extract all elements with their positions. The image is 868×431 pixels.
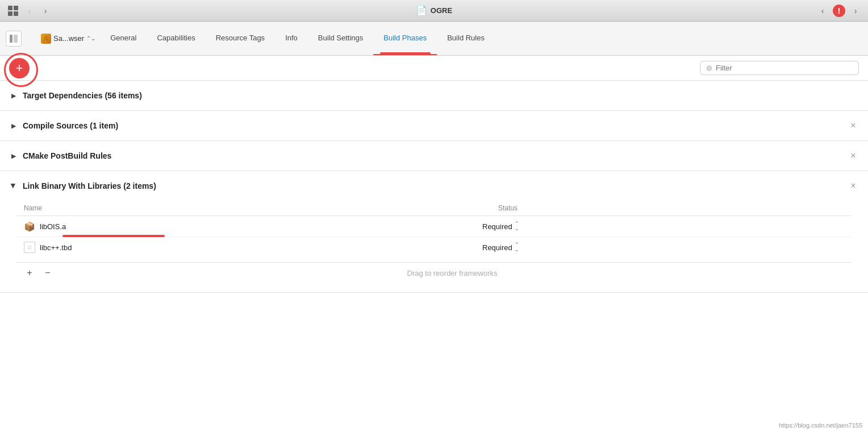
lib-name-label: libOIS.a xyxy=(40,222,66,231)
title-bar: ‹ › 📄 OGRE ‹ ! › xyxy=(0,0,868,22)
tab-capabilities[interactable]: Capabilities xyxy=(147,22,205,55)
status-label-libois: Required xyxy=(482,222,512,231)
close-cmake-postbuild-button[interactable]: × xyxy=(848,150,859,161)
nav-back-button[interactable]: ‹ xyxy=(24,5,35,16)
lib-name-cell-tbd: □ libc++.tbd xyxy=(17,237,475,258)
target-chevron-icon: ⌃⌄ xyxy=(86,35,95,42)
table-row: □ libc++.tbd Required ⌃ ⌄ xyxy=(17,237,851,258)
section-cmake-postbuild: ▶ CMake PostBuild Rules × xyxy=(0,141,868,171)
target-name-label: Sa...wser xyxy=(53,34,84,43)
close-link-binary-button[interactable]: × xyxy=(848,180,859,192)
disclosure-target-dependencies[interactable]: ▶ xyxy=(9,91,18,100)
title-bar-left: ‹ › xyxy=(7,5,51,17)
drag-hint-label: Drag to reorder frameworks xyxy=(60,269,844,277)
section-title-compile-sources: Compile Sources (1 item) xyxy=(23,121,118,130)
filter-box: ⊜ xyxy=(700,61,859,75)
tab-build-settings[interactable]: Build Settings xyxy=(308,22,374,55)
lib-icon: 📦 xyxy=(24,221,35,232)
tab-bar: A Sa...wser ⌃⌄ General Capabilities Reso… xyxy=(0,22,868,56)
target-selector[interactable]: A Sa...wser ⌃⌄ xyxy=(36,22,100,55)
main-content: ▶ Target Dependencies (56 items) ▶ Compi… xyxy=(0,81,868,431)
tbd-file-icon: □ xyxy=(24,242,35,253)
tab-resource-tags[interactable]: Resource Tags xyxy=(206,22,275,55)
toolbar: + ⊜ xyxy=(0,56,868,81)
file-cell-libois: 📦 libOIS.a xyxy=(24,221,469,232)
svg-rect-1 xyxy=(14,35,18,43)
tab-general[interactable]: General xyxy=(100,22,147,55)
file-cell-libtbd: □ libc++.tbd xyxy=(24,242,469,253)
tab-build-phases[interactable]: Build Phases xyxy=(373,22,437,55)
lib-status-cell-tbd: Required ⌃ ⌄ xyxy=(475,237,851,258)
close-compile-sources-button[interactable]: × xyxy=(848,120,859,131)
section-header-cmake-postbuild[interactable]: ▶ CMake PostBuild Rules × xyxy=(0,141,868,171)
svg-rect-0 xyxy=(10,35,12,43)
nav-forward-button[interactable]: › xyxy=(40,5,51,16)
section-compile-sources: ▶ Compile Sources (1 item) × xyxy=(0,111,868,141)
tab-bar-left xyxy=(6,22,22,55)
filter-input[interactable] xyxy=(716,64,853,72)
lib-name-cell: 📦 libOIS.a xyxy=(17,216,475,237)
section-header-link-binary[interactable]: ▶ Link Binary With Libraries (2 items) × xyxy=(0,171,868,201)
grid-icon[interactable] xyxy=(7,5,19,17)
status-required-tbd: Required ⌃ ⌄ xyxy=(482,242,844,252)
title-bar-right: ‹ ! › xyxy=(817,5,861,17)
section-title-cmake-postbuild: CMake PostBuild Rules xyxy=(23,151,111,160)
disclosure-compile-sources[interactable]: ▶ xyxy=(9,121,18,130)
sidebar-toggle-button[interactable] xyxy=(6,31,22,47)
lib-status-cell: Required ⌃ ⌄ xyxy=(475,216,851,237)
col-header-status: Status xyxy=(475,201,851,216)
status-stepper-tbd[interactable]: ⌃ ⌄ xyxy=(515,242,519,252)
libraries-table: Name Status 📦 libOIS.a xyxy=(17,201,851,258)
nav-left-button[interactable]: ‹ xyxy=(817,5,828,16)
footer-url: https://blog.csdn.net/jaen7155 xyxy=(779,422,862,429)
section-link-binary: ▶ Link Binary With Libraries (2 items) ×… xyxy=(0,171,868,293)
section-title-target-dependencies: Target Dependencies (56 items) xyxy=(23,91,142,100)
add-library-button[interactable]: + xyxy=(24,267,35,279)
table-row: 📦 libOIS.a Required ⌃ ⌄ xyxy=(17,216,851,237)
status-label-tbd: Required xyxy=(482,243,512,252)
lib-name-label-tbd: libc++.tbd xyxy=(40,243,72,252)
remove-library-button[interactable]: − xyxy=(42,267,53,279)
add-phase-button[interactable]: + xyxy=(9,58,30,78)
section-header-compile-sources[interactable]: ▶ Compile Sources (1 item) × xyxy=(0,111,868,140)
section-header-target-dependencies[interactable]: ▶ Target Dependencies (56 items) xyxy=(0,81,868,110)
table-footer: + − Drag to reorder frameworks xyxy=(17,262,851,283)
disclosure-link-binary[interactable]: ▶ xyxy=(9,181,18,190)
section-title-link-binary: Link Binary With Libraries (2 items) xyxy=(23,181,156,190)
target-app-icon: A xyxy=(41,34,51,44)
tabs-container: General Capabilities Resource Tags Info … xyxy=(100,22,862,55)
disclosure-cmake-postbuild[interactable]: ▶ xyxy=(9,151,18,160)
alert-icon: ! xyxy=(833,5,845,17)
col-header-name: Name xyxy=(17,201,475,216)
nav-right-button[interactable]: › xyxy=(850,5,861,16)
link-binary-body: Name Status 📦 libOIS.a xyxy=(0,201,868,292)
status-stepper-libois[interactable]: ⌃ ⌄ xyxy=(515,221,519,231)
section-target-dependencies: ▶ Target Dependencies (56 items) xyxy=(0,81,868,111)
window-title: 📄 OGRE xyxy=(416,5,452,16)
annotation-underline xyxy=(62,235,165,237)
tab-info[interactable]: Info xyxy=(275,22,308,55)
tab-build-rules[interactable]: Build Rules xyxy=(437,22,495,55)
filter-icon: ⊜ xyxy=(706,64,712,72)
status-required-libois: Required ⌃ ⌄ xyxy=(482,221,844,231)
